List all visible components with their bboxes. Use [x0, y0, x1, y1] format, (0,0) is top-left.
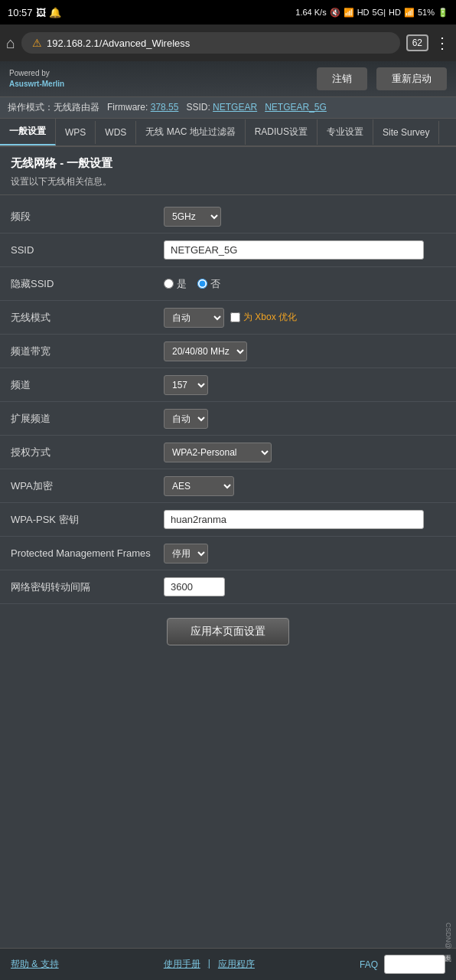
router-header-buttons: 注销 重新启动 — [317, 67, 447, 90]
field-wpa-psk: WPA-PSK 密钥 — [0, 503, 456, 537]
label-pmf: Protected Management Frames — [11, 547, 164, 559]
watermark: CSDN@人世不易 — [443, 923, 453, 949]
select-wireless-mode[interactable]: 自动 N Only AC Only — [164, 308, 224, 328]
apply-row: 应用本页面设置 — [0, 604, 456, 659]
select-extension-channel[interactable]: 自动 上 下 — [164, 409, 208, 429]
label-wpa-psk: WPA-PSK 密钥 — [11, 513, 164, 527]
control-wpa-encryption: AES TKIP TKIP+AES — [164, 476, 445, 496]
select-auth-method[interactable]: Open System WPA-Personal WPA2-Personal W… — [164, 443, 272, 462]
radio-group-hide-ssid: 是 否 — [164, 277, 220, 291]
select-pmf[interactable]: 停用 可选 必须 — [164, 544, 208, 564]
control-wireless-mode: 自动 N Only AC Only 为 Xbox 优化 — [164, 308, 445, 328]
radio-yes-label[interactable]: 是 — [164, 277, 187, 291]
powered-by-text: Powered by Asuswrt-Merlin — [9, 68, 64, 90]
control-wpa-psk — [164, 510, 445, 529]
label-channel-bandwidth: 频道带宽 — [11, 345, 164, 358]
apply-button[interactable]: 应用本页面设置 — [167, 618, 289, 645]
tab-wps[interactable]: WPS — [56, 121, 96, 144]
firmware-label: Firmware: — [107, 102, 148, 113]
reboot-button[interactable]: 重新启动 — [376, 67, 447, 90]
footer-center: 使用手册 | 应用程序 — [164, 958, 255, 971]
label-key-rotation: 网络密钥转动间隔 — [11, 580, 164, 594]
control-extension-channel: 自动 上 下 — [164, 409, 445, 429]
page-title: 无线网络 - 一般设置 — [11, 156, 445, 171]
input-ssid[interactable] — [164, 240, 424, 260]
status-left: 10:57 🖼 🔔 — [8, 7, 61, 18]
radio-no[interactable] — [197, 279, 207, 289]
control-channel-bandwidth: 20 MHz 20/40 MHz 20/40/80 MHz — [164, 341, 445, 361]
hd-label: HD — [357, 8, 370, 17]
field-frequency-band: 频段 2.4GHz 5GHz — [0, 200, 456, 234]
status-right: 1.64 K/s 🔇 📶 HD 5G| HD 📶 51% 🔋 — [295, 8, 448, 18]
tab-professional[interactable]: 专业设置 — [318, 119, 373, 145]
field-key-rotation: 网络密钥转动间隔 — [0, 570, 456, 604]
footer-manual[interactable]: 使用手册 — [164, 958, 200, 971]
url-warning-icon: ⚠ — [32, 37, 42, 49]
browser-home-button[interactable]: ⌂ — [6, 34, 15, 52]
browser-bar: ⌂ ⚠ 192.168.2.1/Advanced_Wireless 62 ⋮ — [0, 24, 456, 61]
firmware-version[interactable]: 378.55 — [151, 102, 179, 113]
radio-yes[interactable] — [164, 279, 174, 289]
select-frequency-band[interactable]: 2.4GHz 5GHz — [164, 207, 221, 227]
field-extension-channel: 扩展频道 自动 上 下 — [0, 402, 456, 436]
footer-search-input[interactable] — [384, 955, 445, 974]
control-hide-ssid: 是 否 — [164, 277, 445, 291]
checkbox-xbox[interactable] — [230, 312, 240, 322]
status-bar: 10:57 🖼 🔔 1.64 K/s 🔇 📶 HD 5G| HD 📶 51% 🔋 — [0, 0, 456, 24]
field-channel: 频道 自动 36 40 44 48 149 153 157 161 165 — [0, 368, 456, 402]
control-frequency-band: 2.4GHz 5GHz — [164, 207, 445, 227]
field-hide-ssid: 隐藏SSID 是 否 — [0, 267, 456, 301]
label-extension-channel: 扩展频道 — [11, 412, 164, 426]
label-auth-method: 授权方式 — [11, 446, 164, 459]
footer: 帮助 & 支持 使用手册 | 应用程序 FAQ — [0, 948, 456, 980]
mute-icon: 🔇 — [330, 8, 340, 18]
brand-name: Asuswrt-Merlin — [9, 80, 64, 88]
browser-url-bar[interactable]: ⚠ 192.168.2.1/Advanced_Wireless — [21, 32, 400, 54]
cancel-button[interactable]: 注销 — [317, 67, 367, 90]
checkbox-xbox-label[interactable]: 为 Xbox 优化 — [230, 311, 297, 324]
tab-site-survey[interactable]: Site Survey — [373, 121, 439, 144]
tab-general-settings[interactable]: 一般设置 — [0, 119, 56, 145]
footer-app[interactable]: 应用程序 — [218, 958, 255, 971]
tab-radius[interactable]: RADIUS设置 — [246, 119, 318, 145]
label-ssid: SSID — [11, 244, 164, 256]
field-pmf: Protected Management Frames 停用 可选 必须 — [0, 537, 456, 570]
tab-mac-filter[interactable]: 无线 MAC 地址过滤器 — [136, 119, 245, 145]
control-channel: 自动 36 40 44 48 149 153 157 161 165 — [164, 375, 445, 395]
label-frequency-band: 频段 — [11, 210, 164, 224]
footer-faq[interactable]: FAQ — [360, 959, 378, 970]
label-hide-ssid: 隐藏SSID — [11, 277, 164, 291]
field-channel-bandwidth: 频道带宽 20 MHz 20/40 MHz 20/40/80 MHz — [0, 335, 456, 368]
wifi-icon: 📶 — [344, 8, 354, 18]
select-wpa-encryption[interactable]: AES TKIP TKIP+AES — [164, 476, 234, 496]
ssid2[interactable]: NETGEAR_5G — [265, 102, 327, 113]
select-channel-bandwidth[interactable]: 20 MHz 20/40 MHz 20/40/80 MHz — [164, 341, 247, 361]
control-ssid — [164, 240, 445, 260]
input-wpa-psk[interactable] — [164, 510, 424, 529]
field-ssid: SSID — [0, 234, 456, 267]
select-channel[interactable]: 自动 36 40 44 48 149 153 157 161 165 — [164, 375, 208, 395]
ssid-label: SSID: — [186, 102, 210, 113]
radio-no-label[interactable]: 否 — [197, 277, 220, 291]
footer-help[interactable]: 帮助 & 支持 — [11, 958, 59, 971]
label-wpa-encryption: WPA加密 — [11, 479, 164, 493]
mode-value: 无线路由器 — [54, 102, 99, 113]
page-subtitle: 设置以下无线相关信息。 — [11, 175, 445, 188]
browser-tab-count[interactable]: 62 — [406, 34, 428, 51]
status-time: 10:57 — [8, 7, 33, 18]
label-wireless-mode: 无线模式 — [11, 311, 164, 325]
ssid1[interactable]: NETGEAR — [213, 102, 257, 113]
hd2-label: HD — [389, 8, 401, 17]
control-auth-method: Open System WPA-Personal WPA2-Personal W… — [164, 443, 445, 462]
field-auth-method: 授权方式 Open System WPA-Personal WPA2-Perso… — [0, 436, 456, 469]
tab-wds[interactable]: WDS — [96, 121, 136, 144]
input-key-rotation[interactable] — [164, 577, 225, 596]
signal-icon: 📶 — [404, 8, 415, 18]
tabs-bar: 一般设置 WPS WDS 无线 MAC 地址过滤器 RADIUS设置 专业设置 … — [0, 119, 456, 147]
browser-menu-icon[interactable]: ⋮ — [435, 34, 450, 52]
control-pmf: 停用 可选 必须 — [164, 544, 445, 564]
form-container: 频段 2.4GHz 5GHz SSID 隐藏SSID 是 — [0, 195, 456, 664]
radio-no-text: 否 — [210, 277, 220, 291]
page-title-bar: 无线网络 - 一般设置 设置以下无线相关信息。 — [0, 147, 456, 195]
field-wireless-mode: 无线模式 自动 N Only AC Only 为 Xbox 优化 — [0, 301, 456, 335]
